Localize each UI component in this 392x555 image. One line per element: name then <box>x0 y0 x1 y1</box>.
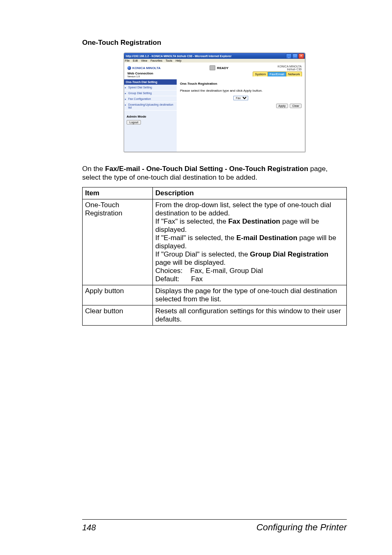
brand-name: KONICA MINOLTA <box>132 66 161 70</box>
tab-fax-email: Fax/Email <box>267 72 286 76</box>
maximize-icon: ☐ <box>292 53 298 59</box>
row1-line4b: Group Dial Registration <box>250 250 328 258</box>
browser-menubar: File Edit View Favorites Tools Help <box>124 59 305 62</box>
brand-logo-icon <box>127 66 131 70</box>
menu-help: Help <box>175 59 181 62</box>
sidebar-item-speed-dial: Speed Dial Setting <box>124 85 177 90</box>
main-title: One-Touch Registration <box>180 82 302 86</box>
status-text: READY <box>217 66 228 70</box>
window-title: http://192.168.1.2 - KONICA MINOLTA bizh… <box>125 55 286 58</box>
sidebar-header: One-Touch Dial Setting <box>124 79 177 85</box>
row1-line3a: If "E-mail" is selected, the <box>155 234 236 242</box>
row2-item: Apply button <box>83 285 153 305</box>
printer-icon <box>210 65 215 70</box>
menu-edit: Edit <box>133 59 138 62</box>
description-table: Item Description One-Touch Registration … <box>82 187 347 326</box>
th-description: Description <box>153 187 347 199</box>
corner-brand: KONICA MINOLTA <box>278 65 302 68</box>
intro-pre: On the <box>82 165 105 173</box>
row3-item: Clear button <box>83 305 153 325</box>
clear-button: Clear <box>290 104 302 108</box>
web-connection-label: Web Connection <box>127 72 153 75</box>
row1-line2b: Fax Destination <box>228 217 280 225</box>
row1-line4a: If "Group Dial" is selected, the <box>155 250 250 258</box>
section-title: One-Touch Registration <box>82 39 347 47</box>
sidebar-item-download-upload: Downloading/Uploading destination list <box>124 102 177 111</box>
menu-view: View <box>141 59 147 62</box>
admin-mode-label: Admin Mode <box>127 115 174 118</box>
logout-button: Logout <box>127 120 141 125</box>
intro-paragraph: On the Fax/E-mail - One-Touch Dial Setti… <box>82 164 347 182</box>
main-pane: One-Touch Registration Please select the… <box>177 79 305 152</box>
menu-tools: Tools <box>166 59 172 62</box>
corner-model: bizhub C30 <box>278 68 302 71</box>
window-titlebar: http://192.168.1.2 - KONICA MINOLTA bizh… <box>124 53 305 59</box>
destination-type-select: Fax <box>233 96 248 100</box>
apply-button: Apply <box>276 104 288 108</box>
row1-item: One-Touch Registration <box>83 199 153 285</box>
tab-system: System <box>253 72 268 76</box>
row1-desc: From the drop-down list, select the type… <box>153 199 347 285</box>
menu-favorites: Favorites <box>150 59 162 62</box>
row1-line1: From the drop-down list, select the type… <box>155 201 331 217</box>
row1-line5: Choices: Fax, E-mail, Group Dial <box>155 267 263 275</box>
page-number: 148 <box>82 523 96 532</box>
minimize-icon: _ <box>286 53 292 59</box>
page-footer: 148 Configuring the Printer <box>82 519 347 533</box>
row1-line3b: E-mail Destination <box>236 234 297 242</box>
row2-desc: Displays the page for the type of one-to… <box>153 285 347 305</box>
intro-bold-path: Fax/E-mail - One-Touch Dial Setting - On… <box>105 165 308 173</box>
tab-network: Network <box>286 72 302 76</box>
sidebar-item-fax-config: Fax Configuration <box>124 96 177 102</box>
embedded-browser-screenshot: http://192.168.1.2 - KONICA MINOLTA bizh… <box>124 53 305 152</box>
chapter-title: Configuring the Printer <box>256 522 347 533</box>
close-icon: ✕ <box>298 53 304 59</box>
sidebar: One-Touch Dial Setting Speed Dial Settin… <box>124 79 177 152</box>
version-label: Version 1.0 <box>127 75 153 78</box>
row3-desc: Resets all configuration settings for th… <box>153 305 347 325</box>
th-item: Item <box>83 187 153 199</box>
row1-line2a: If "Fax" is selected, the <box>155 217 228 225</box>
sidebar-item-group-dial: Group Dial Setting <box>124 90 177 96</box>
row1-line6: Default: Fax <box>155 275 203 283</box>
row1-line4c: page will be displayed. <box>155 259 226 266</box>
menu-file: File <box>125 59 129 62</box>
main-instruction: Please select the destination type and c… <box>180 89 302 92</box>
